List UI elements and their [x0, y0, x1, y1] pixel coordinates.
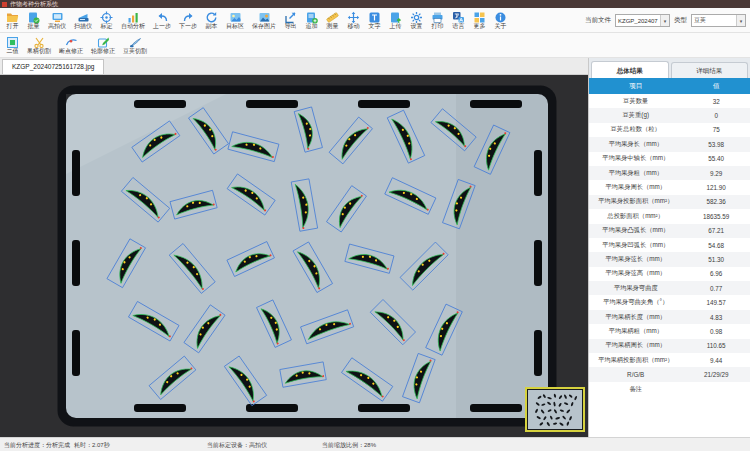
- result-item-label: 平均果柄粗（mm）: [589, 327, 682, 336]
- toolbar-button-binary[interactable]: 二值: [2, 33, 23, 57]
- toolbar-button-label: 高拍仪: [48, 23, 66, 30]
- toolbar-file-controls: 当前文件 KZGP_202407 ▾ 类型 豆荚 ▾: [585, 8, 746, 33]
- result-row[interactable]: 平均果柄投影面积（mm²）9.44: [589, 353, 750, 367]
- result-row[interactable]: 平均果身投影面积（mm²）582.36: [589, 195, 750, 209]
- toolbar-button-about[interactable]: 关于: [490, 8, 511, 32]
- toolbar-button-open[interactable]: 打开: [2, 8, 23, 32]
- app-icon: [2, 2, 7, 7]
- document-tab[interactable]: KZGP_20240725161728.jpg: [2, 59, 104, 74]
- toolbar-button-label: 目标区: [226, 23, 244, 30]
- toolbar-button-label: 轮廓修正: [91, 48, 115, 55]
- current-file-select[interactable]: KZGP_202407 ▾: [615, 14, 670, 27]
- toolbar-main-buttons: 打开批量高拍仪扫描仪标定自动分析上一步下一步副本目标区保存图片导出追加测量移动文…: [0, 8, 511, 32]
- result-row[interactable]: 豆荚数量32: [589, 94, 750, 108]
- navigator-thumbnail[interactable]: [525, 387, 585, 432]
- result-item-value: 51.30: [682, 256, 750, 263]
- type-select[interactable]: 豆荚 ▾: [691, 14, 746, 27]
- toolbar-button-label: 豆荚切割: [123, 48, 147, 55]
- toolbar-button-label: 下一步: [179, 23, 197, 30]
- toolbar-edit-buttons: 二值果柄切割断点修正轮廓修正豆荚切割: [0, 33, 151, 57]
- toolbar-button-upload[interactable]: 上传: [385, 8, 406, 32]
- result-row[interactable]: 平均果身周长（mm）121.90: [589, 180, 750, 194]
- result-row[interactable]: 豆荚重(g)0: [589, 108, 750, 122]
- toolbar-button-label: 断点修正: [59, 48, 83, 55]
- status-zoom: 当前缩放比例：28%: [322, 441, 376, 450]
- result-row[interactable]: 平均果柄粗（mm）0.98: [589, 324, 750, 338]
- toolbar-button-settings[interactable]: 设置: [406, 8, 427, 32]
- result-row[interactable]: 平均果身凸弧长（mm）67.21: [589, 224, 750, 238]
- result-row[interactable]: 平均果柄长度（mm）4.83: [589, 310, 750, 324]
- tab-overall-results[interactable]: 总体结果: [591, 61, 669, 78]
- more-icon: [473, 10, 486, 23]
- save-image-icon: [258, 10, 271, 23]
- result-item-label: 平均果身长（mm）: [589, 140, 682, 149]
- auto-analyze-icon: [127, 10, 140, 23]
- result-item-value: 582.36: [682, 198, 750, 205]
- result-row[interactable]: 豆荚总粒数（粒）75: [589, 123, 750, 137]
- toolbar-button-label: 移动: [348, 23, 360, 30]
- toolbar-button-measure[interactable]: 测量: [322, 8, 343, 32]
- toolbar-button-pod-cut[interactable]: 豆荚切割: [119, 33, 151, 57]
- result-row[interactable]: 平均果身粗（mm）9.29: [589, 166, 750, 180]
- header-value: 值: [682, 82, 750, 91]
- measure-icon: [326, 10, 339, 23]
- result-row[interactable]: 平均果身弯曲度0.77: [589, 281, 750, 295]
- result-item-label: 平均果身弦长（mm）: [589, 255, 682, 264]
- toolbar-button-export[interactable]: 导出: [280, 8, 301, 32]
- settings-icon: [410, 10, 423, 23]
- toolbar-button-save-image[interactable]: 保存图片: [248, 8, 280, 32]
- print-icon: [431, 10, 444, 23]
- result-item-label: 平均果身凹弧长（mm）: [589, 241, 682, 250]
- image-viewer[interactable]: [0, 75, 588, 437]
- toolbar-button-append[interactable]: 追加: [301, 8, 322, 32]
- result-item-label: 平均果柄周长（mm）: [589, 341, 682, 350]
- toolbar-button-scanner[interactable]: 扫描仪: [70, 8, 96, 32]
- toolbar-button-target-area[interactable]: 目标区: [222, 8, 248, 32]
- toolbar-button-label: 上传: [390, 23, 402, 30]
- tab-detailed-results[interactable]: 详细结果: [671, 62, 749, 78]
- toolbar-button-duplicate[interactable]: 副本: [201, 8, 222, 32]
- toolbar-edit: 二值果柄切割断点修正轮廓修正豆荚切割: [0, 33, 750, 58]
- toolbar-button-label: 副本: [206, 23, 218, 30]
- toolbar-button-calibrate[interactable]: 标定: [96, 8, 117, 32]
- toolbar-button-next-step[interactable]: 下一步: [175, 8, 201, 32]
- toolbar-button-batch[interactable]: 批量: [23, 8, 44, 32]
- result-row[interactable]: R/G/B21/29/29: [589, 367, 750, 381]
- toolbar-button-label: 关于: [495, 23, 507, 30]
- toolbar-button-label: 文字: [369, 23, 381, 30]
- toolbar-button-language[interactable]: 语言: [448, 8, 469, 32]
- toolbar-button-label: 标定: [101, 23, 113, 30]
- result-row[interactable]: 备注: [589, 382, 750, 396]
- toolbar-button-prev-step[interactable]: 上一步: [149, 8, 175, 32]
- result-item-label: 平均果身弯曲度: [589, 284, 682, 293]
- result-item-label: 平均果身周长（mm）: [589, 183, 682, 192]
- result-item-value: 67.21: [682, 227, 750, 234]
- result-item-value: 75: [682, 126, 750, 133]
- result-row[interactable]: 平均果身长（mm）53.98: [589, 137, 750, 151]
- toolbar-button-text[interactable]: 文字: [364, 8, 385, 32]
- result-row[interactable]: 总投影面积（mm²）18635.59: [589, 209, 750, 223]
- toolbar-button-stem-cut[interactable]: 果柄切割: [23, 33, 55, 57]
- toolbar-button-label: 扫描仪: [74, 23, 92, 30]
- result-row[interactable]: 平均果身弯曲夹角（°）149.57: [589, 295, 750, 309]
- type-value: 豆荚: [694, 16, 706, 25]
- chevron-down-icon[interactable]: ▾: [736, 15, 745, 26]
- result-row[interactable]: 平均果身弦高（mm）6.96: [589, 267, 750, 281]
- toolbar-button-breakpoint-fix[interactable]: 断点修正: [55, 33, 87, 57]
- result-item-value: 0.98: [682, 328, 750, 335]
- toolbar-button-more[interactable]: 更多: [469, 8, 490, 32]
- undo-icon: [156, 10, 169, 23]
- redo-icon: [182, 10, 195, 23]
- toolbar-button-auto-analyze[interactable]: 自动分析: [117, 8, 149, 32]
- toolbar-button-contour-fix[interactable]: 轮廓修正: [87, 33, 119, 57]
- result-row[interactable]: 平均果身弦长（mm）51.30: [589, 252, 750, 266]
- result-item-value: 121.90: [682, 184, 750, 191]
- toolbar-button-doc-camera[interactable]: 高拍仪: [44, 8, 70, 32]
- toolbar-button-move[interactable]: 移动: [343, 8, 364, 32]
- chevron-down-icon[interactable]: ▾: [660, 15, 669, 26]
- result-row[interactable]: 平均果身凹弧长（mm）54.68: [589, 238, 750, 252]
- result-row[interactable]: 平均果柄周长（mm）110.65: [589, 339, 750, 353]
- result-row[interactable]: 平均果身中轴长（mm）55.40: [589, 152, 750, 166]
- toolbar-button-print[interactable]: 打印: [427, 8, 448, 32]
- about-icon: [494, 10, 507, 23]
